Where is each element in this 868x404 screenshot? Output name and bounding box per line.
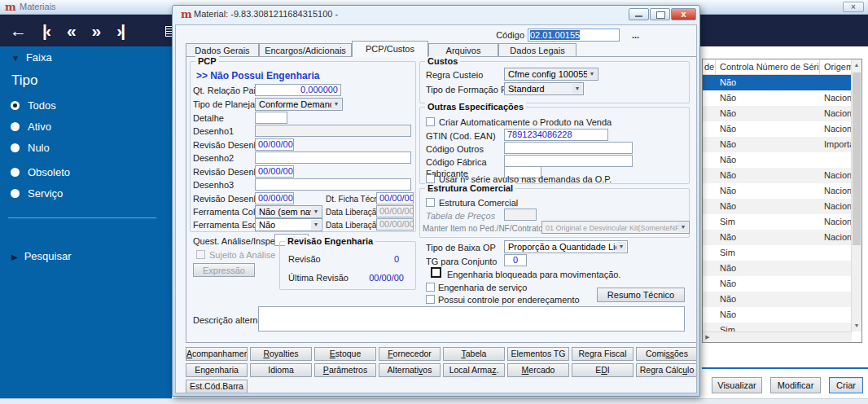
nav-button-local-armaz[interactable]: Local Armaz. bbox=[443, 363, 505, 377]
flag-checkbox-engenharia-bloqueada-para-movimenta-o[interactable] bbox=[431, 267, 441, 278]
nav-button-comiss-es[interactable]: Comissões bbox=[636, 347, 697, 361]
rev-desenho1-field[interactable]: 00/00/00 bbox=[255, 138, 294, 151]
column-header-partial[interactable]: de bbox=[703, 59, 716, 74]
rev-desenho3-field[interactable]: 00/00/00 bbox=[255, 192, 294, 204]
tab-arquivos[interactable]: Arquivos bbox=[428, 43, 498, 56]
codigo-more-button[interactable]: ... bbox=[632, 30, 639, 40]
codigo-input[interactable]: 02.01.00155 bbox=[528, 29, 620, 42]
table-row[interactable]: SimNacional\- bbox=[703, 214, 852, 230]
sidebar-option-servi-o[interactable]: Serviço bbox=[11, 187, 63, 200]
horizontal-scrollbar[interactable]: ▶ bbox=[703, 332, 852, 342]
nav-button-idioma[interactable]: Idioma bbox=[250, 363, 312, 377]
qt-relacao-field[interactable]: 0,000000 bbox=[255, 84, 341, 96]
tab-dados-legais[interactable]: Dados Legais bbox=[498, 43, 576, 56]
materials-table: de Controla Número de Série Origem da Nã… bbox=[702, 59, 862, 343]
formacao-precos-select[interactable]: Standard▼ bbox=[504, 82, 584, 95]
nav-button-mercado[interactable]: Mercado bbox=[507, 363, 569, 377]
table-row[interactable]: Não bbox=[703, 152, 852, 168]
table-row[interactable]: NãoNacional bbox=[703, 168, 852, 183]
nav-button-fornecedor[interactable]: Fornecedor bbox=[379, 347, 441, 361]
column-header-controla-serie[interactable]: Controla Número de Série bbox=[716, 59, 820, 74]
nav-button-elementos-tg[interactable]: Elementos TG bbox=[507, 347, 569, 361]
nav-button-royalties[interactable]: Royalties bbox=[250, 347, 312, 361]
restore-icon[interactable] bbox=[650, 8, 670, 20]
tab-pcp-custos[interactable]: PCP/Custos bbox=[352, 41, 428, 57]
table-row[interactable]: NãoNacional bbox=[703, 90, 852, 106]
codigo-outros-field[interactable] bbox=[504, 142, 633, 154]
action-button-visualizar[interactable]: Visualizar bbox=[712, 377, 762, 393]
sidebar-option-todos[interactable]: Todos bbox=[11, 99, 56, 112]
table-row[interactable]: NãoNacional bbox=[703, 121, 852, 137]
next-page-icon[interactable]: » bbox=[92, 15, 100, 46]
nav-button-est-c-d-barra[interactable]: Est.Cód.Barra bbox=[186, 380, 248, 393]
ferramenta-esqueleto-select[interactable]: Não▼ bbox=[255, 218, 322, 231]
table-row[interactable]: Não bbox=[703, 276, 852, 292]
criar-automaticamente-checkbox[interactable] bbox=[426, 117, 435, 126]
cell-origem: Importação bbox=[820, 137, 852, 152]
gtin-field[interactable]: 7891234086228 bbox=[504, 129, 608, 141]
close-icon[interactable]: x bbox=[671, 8, 696, 20]
nav-button-alternativos[interactable]: Alternativos bbox=[379, 363, 441, 377]
scroll-up-icon[interactable]: ▲ bbox=[852, 59, 861, 71]
resumo-tecnico-button[interactable]: Resumo Técnico bbox=[597, 288, 685, 302]
nav-button-par-metros[interactable]: Parâmetros bbox=[314, 363, 376, 377]
first-record-icon[interactable]: |‹ bbox=[42, 15, 50, 46]
scroll-right-icon[interactable]: ▶ bbox=[703, 332, 712, 342]
dt-ficha-field[interactable]: 00/00/00 bbox=[376, 192, 414, 204]
vertical-scrollbar[interactable]: ▲ ▼ bbox=[851, 59, 861, 332]
table-row[interactable]: Não bbox=[703, 75, 852, 90]
table-row[interactable]: NãoNacional bbox=[703, 199, 852, 214]
detalhe-field[interactable] bbox=[255, 112, 287, 124]
data-liberacao2-label: Data Liberação bbox=[326, 219, 381, 231]
table-row[interactable]: Não bbox=[703, 261, 852, 276]
nav-button-acompanhamento[interactable]: Acompanhamento bbox=[186, 347, 248, 361]
scrollbar-thumb[interactable] bbox=[853, 72, 861, 245]
tipo-planejamento-select[interactable]: Conforme Demanda▼ bbox=[255, 98, 343, 111]
desenho2-field[interactable] bbox=[255, 152, 411, 164]
table-row[interactable]: NãoNacional bbox=[703, 106, 852, 121]
nav-button-edi[interactable]: EDI bbox=[572, 363, 633, 377]
regra-custeio-select[interactable]: Cfme config 100055▼ bbox=[504, 68, 598, 81]
cell-partial bbox=[703, 292, 716, 307]
descricao-alternativa-textarea[interactable] bbox=[258, 306, 685, 332]
action-button-criar[interactable]: Criar bbox=[829, 377, 863, 393]
sidebar-section-faixa[interactable]: ▼Faixa bbox=[11, 51, 52, 64]
table-row[interactable]: Sim bbox=[703, 245, 852, 261]
sidebar-option-obsoleto[interactable]: Obsoleto bbox=[11, 166, 70, 178]
table-row[interactable]: Não bbox=[703, 307, 852, 323]
scroll-down-icon[interactable]: ▼ bbox=[852, 320, 861, 332]
flag-checkbox-possui-controle-por-endere-amento[interactable] bbox=[426, 295, 435, 304]
nav-button-tabela[interactable]: Tabela bbox=[443, 347, 505, 361]
main-close-icon[interactable]: × bbox=[843, 2, 864, 12]
flag-checkbox-engenharia-de-servi-o[interactable] bbox=[426, 283, 435, 292]
nav-button-regra-c-lculo[interactable]: Regra Cálculo bbox=[636, 363, 697, 377]
action-button-modificar[interactable]: Modificar bbox=[770, 377, 821, 393]
nav-button-engenharia[interactable]: Engenharia bbox=[186, 363, 248, 377]
last-record-icon[interactable]: ›| bbox=[116, 15, 124, 46]
rev-desenho2-field[interactable]: 00/00/00 bbox=[255, 165, 294, 178]
previous-page-icon[interactable]: « bbox=[67, 15, 75, 46]
table-row[interactable]: NãoImportação bbox=[703, 137, 852, 152]
tab-dados-gerais[interactable]: Dados Gerais bbox=[186, 43, 259, 56]
back-icon[interactable]: ← bbox=[10, 15, 25, 46]
column-header-origem[interactable]: Origem da bbox=[820, 59, 852, 74]
tab-encargos-adicionais[interactable]: Encargos/Adicionais bbox=[259, 43, 352, 56]
codigo-fabrica-field[interactable] bbox=[504, 155, 633, 167]
cell-controla-serie: Não bbox=[716, 106, 820, 121]
nav-button-regra-fiscal[interactable]: Regra Fiscal bbox=[572, 347, 633, 361]
desenho3-field[interactable] bbox=[255, 178, 411, 191]
table-row[interactable]: NãoNacional bbox=[703, 183, 852, 199]
chevron-down-icon: ▼ bbox=[678, 222, 688, 232]
tipo-baixa-op-select[interactable]: Proporção a Quantidade Lida▼ bbox=[504, 240, 628, 253]
estrutura-comercial-checkbox[interactable] bbox=[426, 198, 435, 207]
tg-conjunto-field[interactable]: 0 bbox=[504, 254, 527, 266]
minimize-icon[interactable] bbox=[629, 8, 649, 20]
ferramenta-colecao-select[interactable]: Não (sem nav▼ bbox=[255, 205, 322, 218]
sidebar-section-pesquisar[interactable]: ▶Pesquisar bbox=[11, 250, 72, 262]
sidebar-option-nulo[interactable]: Nulo bbox=[11, 142, 50, 154]
table-row[interactable]: Não bbox=[703, 292, 852, 307]
table-row[interactable]: NãoNacional bbox=[703, 230, 852, 245]
sidebar-option-ativo[interactable]: Ativo bbox=[11, 121, 51, 133]
usar-serie-avulso-checkbox[interactable] bbox=[426, 174, 435, 183]
nav-button-estoque[interactable]: Estoque bbox=[314, 347, 376, 361]
